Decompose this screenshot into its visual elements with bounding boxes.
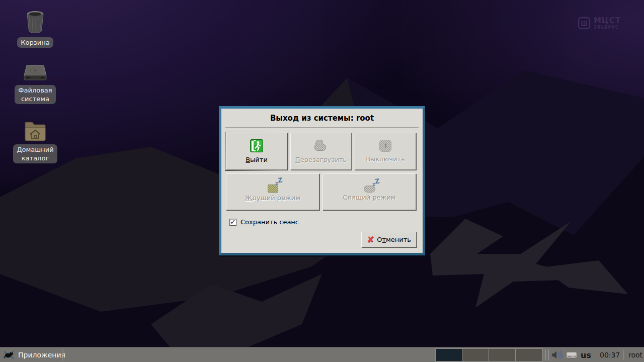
taskbar-panel: Приложения us 00:37 root (0, 347, 644, 362)
tray-handle[interactable] (545, 349, 549, 360)
hard-disk-icon (23, 64, 48, 82)
logout-button-label: Выйти (246, 156, 268, 163)
cancel-button[interactable]: ✘ Отменить (361, 232, 417, 247)
hibernate-button-label: Спящий режим (343, 194, 396, 201)
check-icon: ✓ (230, 218, 236, 226)
shutdown-button-label: Выключить (366, 155, 405, 163)
disk-tray-icon[interactable] (566, 349, 578, 361)
home-folder-icon (23, 121, 47, 142)
speaker-icon (551, 349, 563, 360)
clock[interactable]: 00:37 (600, 349, 620, 361)
restart-button-label: Перезагрузить (295, 156, 347, 163)
workspace-4[interactable] (516, 349, 542, 361)
restart-icon (314, 139, 328, 152)
mcst-elbrus-branding: МЦСТ ЭЛЬБРУС (578, 17, 621, 30)
xfce-mouse-icon (3, 350, 15, 360)
desktop-icon-filesystem[interactable]: Файловая система (7, 64, 63, 104)
save-session-checkbox[interactable]: ✓ (229, 219, 236, 226)
standby-icon: z Z (268, 185, 278, 193)
panel-handle[interactable] (62, 349, 65, 360)
keyboard-layout-indicator[interactable]: us (581, 349, 591, 361)
cancel-button-label: Отменить (377, 236, 411, 243)
session-user-label: root (628, 349, 642, 361)
desktop-icon-label: Файловая система (15, 85, 55, 104)
applications-menu-button[interactable]: Приложения (0, 348, 69, 362)
shutdown-button[interactable]: Выключить (355, 133, 416, 170)
workspace-switcher (435, 348, 543, 361)
logout-button[interactable]: Выйти (226, 133, 287, 170)
workspace-3[interactable] (489, 349, 516, 361)
desktop-icon-label: Корзина (17, 37, 53, 48)
volume-icon[interactable] (551, 349, 563, 361)
hibernate-icon: z Z (364, 186, 375, 193)
applications-menu-label: Приложения (18, 351, 65, 359)
brand-subtitle: ЭЛЬБРУС (594, 26, 621, 30)
desktop-icon-home[interactable]: Домашний каталог (7, 121, 63, 163)
workspace-2[interactable] (462, 349, 489, 361)
exit-icon (250, 139, 263, 152)
desktop-icon-trash[interactable]: Корзина (7, 10, 63, 48)
workspace-1[interactable] (436, 349, 462, 361)
drive-icon (566, 350, 578, 359)
mcst-logo-icon (578, 17, 591, 30)
tray-separator (623, 350, 624, 360)
cancel-x-icon: ✘ (367, 235, 374, 244)
standby-button-label: Ждущий режим (245, 194, 300, 202)
save-session-label: Сохранить сеанс (240, 218, 299, 226)
hibernate-button[interactable]: z Z Спящий режим (323, 173, 416, 210)
trash-icon (24, 10, 47, 35)
brand-name: МЦСТ (594, 17, 621, 25)
power-icon (379, 140, 391, 152)
standby-button[interactable]: z Z Ждущий режим (226, 173, 319, 210)
dialog-title: Выход из системы: root (221, 114, 423, 123)
logout-dialog: Выход из системы: root Выйти (219, 106, 425, 255)
restart-button[interactable]: Перезагрузить (290, 133, 352, 170)
desktop-icon-label: Домашний каталог (13, 144, 57, 163)
